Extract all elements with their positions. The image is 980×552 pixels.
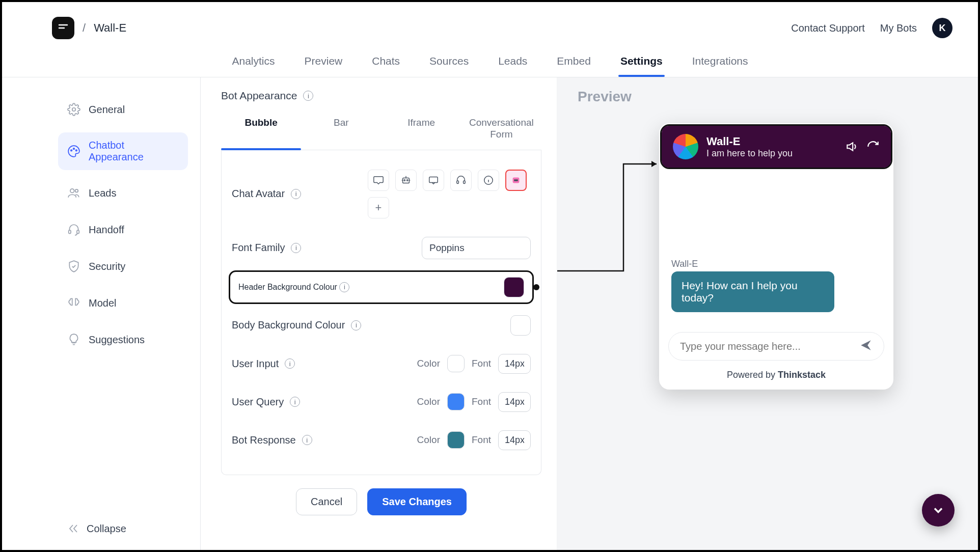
svg-point-2 xyxy=(73,148,75,150)
info-icon[interactable]: i xyxy=(339,282,349,292)
sidebar-item-model[interactable]: Model xyxy=(58,289,188,317)
info-icon[interactable]: i xyxy=(285,358,295,369)
user-query-color-swatch[interactable] xyxy=(447,393,465,410)
body-bg-swatch[interactable] xyxy=(510,315,531,336)
topbar: / Wall-E Contact Support My Bots K xyxy=(2,2,978,45)
tab-preview[interactable]: Preview xyxy=(303,46,345,76)
chat-avatar-icon xyxy=(673,134,698,159)
avatar-option-add[interactable]: + xyxy=(368,197,389,218)
color-label: Color xyxy=(417,358,440,369)
info-icon[interactable]: i xyxy=(290,397,300,407)
sidebar-item-handoff[interactable]: Handoff xyxy=(58,216,188,243)
svg-point-17 xyxy=(516,179,518,181)
svg-rect-6 xyxy=(69,230,71,234)
connector-dot xyxy=(533,284,539,290)
user-query-row: User Query i Color Font xyxy=(232,383,531,421)
info-icon[interactable]: i xyxy=(291,243,301,253)
svg-point-3 xyxy=(76,150,77,151)
tab-integrations[interactable]: Integrations xyxy=(690,46,750,76)
tab-settings[interactable]: Settings xyxy=(618,46,665,76)
subtab-bubble[interactable]: Bubble xyxy=(221,111,301,150)
subtab-bar[interactable]: Bar xyxy=(301,111,381,150)
tab-embed[interactable]: Embed xyxy=(555,46,593,76)
font-family-label: Font Family xyxy=(232,242,285,254)
info-icon[interactable]: i xyxy=(302,435,312,445)
svg-point-1 xyxy=(71,150,72,151)
sidebar-item-security[interactable]: Security xyxy=(58,253,188,280)
powered-by: Powered by Thinkstack xyxy=(659,370,893,390)
main-tabs: Analytics Preview Chats Sources Leads Em… xyxy=(2,45,978,77)
avatar-option-custom[interactable] xyxy=(505,170,527,191)
svg-point-16 xyxy=(514,179,516,181)
sound-icon[interactable] xyxy=(845,140,858,153)
chat-fab[interactable] xyxy=(922,494,955,527)
bot-response-color-swatch[interactable] xyxy=(447,431,465,449)
svg-rect-11 xyxy=(429,177,438,182)
palette-icon xyxy=(67,145,80,158)
info-icon[interactable]: i xyxy=(351,320,361,330)
sidebar-item-appearance[interactable]: Chatbot Appearance xyxy=(58,132,188,170)
sidebar-item-label: Suggestions xyxy=(89,334,145,346)
body-bg-row: Body Background Colour i xyxy=(232,306,531,345)
sidebar-item-general[interactable]: General xyxy=(58,96,188,123)
tab-analytics[interactable]: Analytics xyxy=(230,46,277,76)
chat-bot-name: Wall-E xyxy=(671,259,881,269)
info-icon[interactable]: i xyxy=(303,91,313,101)
header-bg-label: Header Background Colour xyxy=(238,282,337,291)
cancel-button[interactable]: Cancel xyxy=(296,488,357,515)
contact-support-link[interactable]: Contact Support xyxy=(791,22,865,34)
color-label: Color xyxy=(417,396,440,407)
tab-sources[interactable]: Sources xyxy=(427,46,471,76)
header-bg-swatch[interactable] xyxy=(504,277,524,297)
refresh-icon[interactable] xyxy=(866,140,880,153)
tab-leads[interactable]: Leads xyxy=(496,46,529,76)
info-icon[interactable]: i xyxy=(291,189,301,199)
font-family-row: Font Family i xyxy=(232,228,531,268)
chat-input[interactable] xyxy=(680,341,859,352)
app-logo[interactable] xyxy=(52,17,74,39)
bot-response-row: Bot Response i Color Font xyxy=(232,421,531,459)
sidebar-item-leads[interactable]: Leads xyxy=(58,179,188,207)
user-input-row: User Input i Color Font xyxy=(232,345,531,383)
svg-point-5 xyxy=(75,189,78,192)
chevron-down-icon xyxy=(931,503,945,517)
svg-point-4 xyxy=(70,189,74,193)
chat-header-highlight: Wall-E I am here to help you xyxy=(660,124,892,169)
brain-icon xyxy=(67,296,80,310)
svg-point-10 xyxy=(406,179,408,181)
shield-icon xyxy=(67,260,80,273)
chat-input-row[interactable] xyxy=(668,332,884,361)
section-title: Bot Appearance xyxy=(221,90,297,102)
sidebar-item-label: Handoff xyxy=(89,224,124,236)
appearance-subtabs: Bubble Bar Iframe Conversational Form xyxy=(221,111,541,150)
send-icon[interactable] xyxy=(859,339,873,354)
collapse-label: Collapse xyxy=(87,523,126,535)
users-icon xyxy=(67,186,80,200)
subtab-conv-form[interactable]: Conversational Form xyxy=(461,111,541,150)
user-query-font-input[interactable] xyxy=(498,392,531,412)
color-label: Color xyxy=(417,434,440,446)
chat-message: Hey! How can I help you today? xyxy=(671,271,834,312)
collapse-sidebar-button[interactable]: Collapse xyxy=(58,517,188,540)
avatar-option-headset[interactable] xyxy=(450,170,472,191)
avatar-option-robot[interactable] xyxy=(395,170,417,191)
lightbulb-icon xyxy=(67,333,80,346)
avatar-option-chat[interactable] xyxy=(423,170,444,191)
font-family-input[interactable] xyxy=(422,237,531,259)
user-input-label: User Input xyxy=(232,358,279,370)
avatar-option-speech[interactable] xyxy=(368,170,389,191)
sidebar-item-suggestions[interactable]: Suggestions xyxy=(58,326,188,353)
tab-chats[interactable]: Chats xyxy=(370,46,402,76)
my-bots-link[interactable]: My Bots xyxy=(880,22,917,34)
font-label: Font xyxy=(472,434,491,446)
user-input-color-swatch[interactable] xyxy=(447,355,465,372)
user-input-font-input[interactable] xyxy=(498,354,531,374)
svg-rect-13 xyxy=(464,181,466,184)
user-avatar[interactable]: K xyxy=(932,18,952,38)
save-button[interactable]: Save Changes xyxy=(367,488,467,515)
chat-header-subtitle: I am here to help you xyxy=(706,148,837,159)
subtab-iframe[interactable]: Iframe xyxy=(382,111,461,150)
bot-response-font-input[interactable] xyxy=(498,430,531,450)
svg-point-9 xyxy=(404,179,405,181)
avatar-option-info[interactable] xyxy=(478,170,499,191)
